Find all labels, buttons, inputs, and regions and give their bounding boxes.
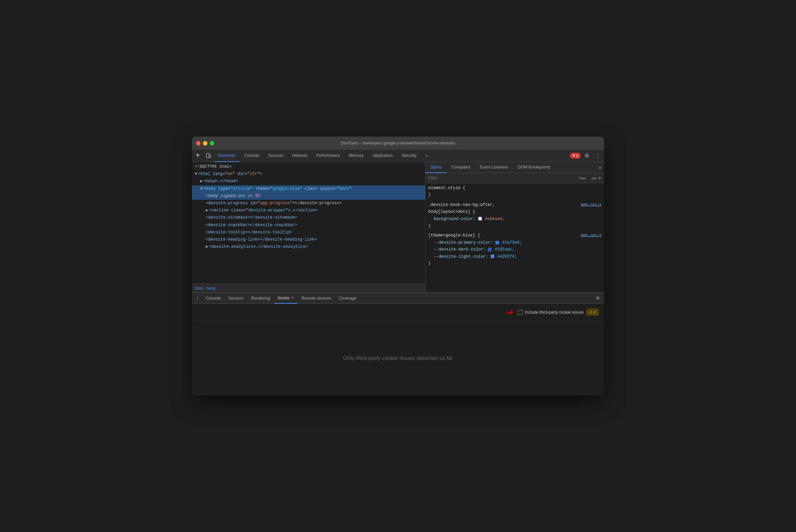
css-selector-line: element.style {: [428, 185, 601, 192]
tab-dom-breakpoints[interactable]: DOM Breakpoints: [513, 162, 555, 173]
list-item[interactable]: ▶<section class="devsite-wrapper">…</sec…: [192, 207, 425, 214]
css-property-line: --devsite-primary-color: #1a73e8;: [428, 239, 601, 246]
tab-console[interactable]: Console: [240, 150, 263, 162]
error-badge[interactable]: ✕ 1: [570, 153, 581, 159]
tab-memory[interactable]: Memory: [345, 150, 368, 162]
drawer-tab-coverage[interactable]: Coverage: [335, 293, 360, 304]
drawer-tab-bar: ⋮ Console Sensors Rendering Issues ✕ Rem…: [192, 293, 604, 304]
error-count: 1: [576, 154, 578, 158]
css-selector-line: [theme=google-blue] { app.css:1: [428, 232, 601, 239]
checkbox-label-text: Include third-party cookie issues: [525, 310, 583, 315]
tab-performance[interactable]: Performance: [312, 150, 344, 162]
color-swatch[interactable]: [491, 255, 494, 258]
css-file-link[interactable]: app.css:1: [581, 201, 601, 216]
issues-empty-state: Only third-party cookie issues detected …: [192, 321, 604, 395]
add-style-button[interactable]: +: [598, 175, 601, 181]
filter-bar: :hov .cls +: [425, 173, 604, 183]
list-item[interactable]: ▶<devsite-analytics>…</devsite-analytics…: [192, 243, 425, 251]
third-party-cookie-checkbox[interactable]: Include third-party cookie issues: [518, 310, 583, 315]
expand-icon[interactable]: ▶: [206, 244, 208, 249]
drawer-content: ➔ Include third-party cookie issues ⚠ 0 …: [192, 304, 604, 395]
css-property-line: --devsite-dark-color: #185abc;: [428, 246, 601, 253]
list-item[interactable]: ▼<body type="article" theme="google-blue…: [192, 185, 425, 193]
css-close: }: [428, 222, 601, 229]
close-button[interactable]: [196, 141, 201, 146]
close-drawer-button[interactable]: ✕: [593, 295, 603, 301]
tab-security[interactable]: Security: [398, 150, 421, 162]
drawer-tab-rendering[interactable]: Rendering: [248, 293, 273, 304]
warning-icon: ⚠: [589, 310, 593, 314]
styles-panel: Styles Computed Event Listeners DOM Brea…: [425, 162, 604, 292]
drawer-tab-issues[interactable]: Issues ✕: [274, 293, 297, 304]
css-rule: .devsite-book-nav-bg:after,body[layout=d…: [428, 201, 601, 230]
svg-rect-0: [206, 153, 209, 158]
drawer-tab-console[interactable]: Console: [202, 293, 224, 304]
minimize-button[interactable]: [203, 141, 207, 146]
drawer-tab-remote-devices[interactable]: Remote devices: [298, 293, 334, 304]
empty-message: Only third-party cookie issues detected …: [343, 355, 453, 361]
drawer-tab-sensors[interactable]: Sensors: [225, 293, 247, 304]
styles-content[interactable]: element.style { } .devsite-book-nav-bg:a…: [425, 183, 604, 292]
hov-button[interactable]: :hov: [577, 176, 588, 181]
expand-icon[interactable]: ▶: [206, 208, 208, 213]
expand-icon[interactable]: ▼: [200, 186, 203, 191]
css-rule: [theme=google-blue] { app.css:1 --devsit…: [428, 232, 601, 267]
top-split: <!DOCTYPE html> ▼<html lang="en" dir="lt…: [192, 162, 604, 292]
list-item[interactable]: ▼<html lang="en" dir="ltr">: [192, 171, 425, 178]
list-item[interactable]: ▶<head>…</head>: [192, 178, 425, 185]
tab-network[interactable]: Network: [288, 150, 311, 162]
tab-sources[interactable]: Sources: [264, 150, 287, 162]
nav-right: ✕ 1 ⚙ ⋮: [570, 151, 603, 161]
close-issues-tab[interactable]: ✕: [291, 296, 294, 300]
color-swatch[interactable]: [488, 248, 491, 251]
more-tabs-icon[interactable]: »: [599, 162, 604, 173]
css-property-line: --devsite-light-color: #4285f4;: [428, 253, 601, 260]
css-rule: element.style { }: [428, 185, 601, 199]
styles-tab-bar: Styles Computed Event Listeners DOM Brea…: [425, 162, 604, 173]
titlebar: DevTools – developers.google.com/web/too…: [192, 137, 604, 150]
list-item[interactable]: ready signed-in> == $0: [192, 193, 425, 200]
css-selector-line: .devsite-book-nav-bg:after,body[layout=d…: [428, 201, 601, 216]
list-item[interactable]: <devsite-tooltip></devsite-tooltip>: [192, 229, 425, 236]
drawer-menu-icon[interactable]: ⋮: [193, 294, 202, 302]
expand-icon[interactable]: ▶: [200, 179, 203, 184]
color-swatch[interactable]: [478, 217, 482, 220]
tab-application[interactable]: Application: [368, 150, 397, 162]
warning-badge: ⚠ 0: [587, 309, 599, 315]
tab-more[interactable]: »: [421, 150, 432, 162]
elements-content[interactable]: <!DOCTYPE html> ▼<html lang="en" dir="lt…: [192, 162, 425, 284]
color-swatch[interactable]: [496, 241, 499, 244]
filter-input[interactable]: [428, 176, 577, 181]
tab-computed[interactable]: Computed: [446, 162, 475, 173]
device-toolbar-icon[interactable]: [204, 151, 213, 161]
tab-elements[interactable]: Elements: [214, 150, 239, 162]
devtools-content: <!DOCTYPE html> ▼<html lang="en" dir="lt…: [192, 162, 604, 395]
warning-count: 0: [594, 310, 596, 314]
tab-styles[interactable]: Styles: [425, 162, 446, 173]
bottom-drawer: ⋮ Console Sensors Rendering Issues ✕ Rem…: [192, 292, 604, 395]
cls-button[interactable]: .cls: [589, 176, 598, 181]
expand-icon[interactable]: ▼: [195, 172, 197, 176]
css-close: }: [428, 260, 601, 267]
tab-event-listeners[interactable]: Event Listeners: [475, 162, 513, 173]
window-title: DevTools – developers.google.com/web/too…: [341, 141, 455, 146]
elements-panel: <!DOCTYPE html> ▼<html lang="en" dir="lt…: [192, 162, 425, 292]
breadcrumb-body[interactable]: body: [207, 286, 216, 291]
filter-buttons: :hov .cls: [577, 176, 598, 181]
list-item[interactable]: <devsite-progress id="app-progress"></de…: [192, 200, 425, 207]
svg-rect-1: [209, 155, 211, 158]
devtools-top-nav: Elements Console Sources Network Perform…: [192, 150, 604, 162]
list-item[interactable]: <devsite-sitemask></devsite-sitemask>: [192, 214, 425, 221]
more-vert-icon[interactable]: ⋮: [593, 151, 603, 161]
checkbox-icon[interactable]: [518, 310, 523, 315]
list-item[interactable]: <!DOCTYPE html>: [192, 163, 425, 171]
cursor-icon[interactable]: [193, 151, 203, 161]
breadcrumb-html[interactable]: html: [195, 286, 203, 291]
red-arrow-icon: ➔: [506, 307, 514, 318]
maximize-button[interactable]: [210, 141, 214, 146]
settings-icon[interactable]: ⚙: [582, 151, 592, 161]
list-item[interactable]: <devsite-snackbar></devsite-snackbar>: [192, 222, 425, 229]
css-file-link[interactable]: app.css:1: [581, 232, 601, 239]
traffic-lights: [196, 141, 214, 146]
list-item[interactable]: <devsite-heading-link></devsite-heading-…: [192, 236, 425, 243]
